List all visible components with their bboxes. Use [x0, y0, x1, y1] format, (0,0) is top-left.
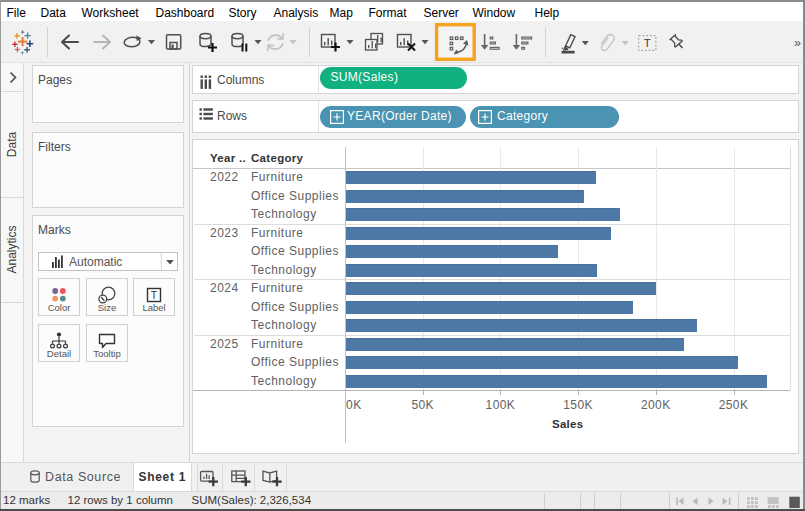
- svg-text:»: »: [794, 36, 801, 50]
- svg-text:T: T: [151, 288, 158, 300]
- svg-text:T: T: [644, 37, 651, 49]
